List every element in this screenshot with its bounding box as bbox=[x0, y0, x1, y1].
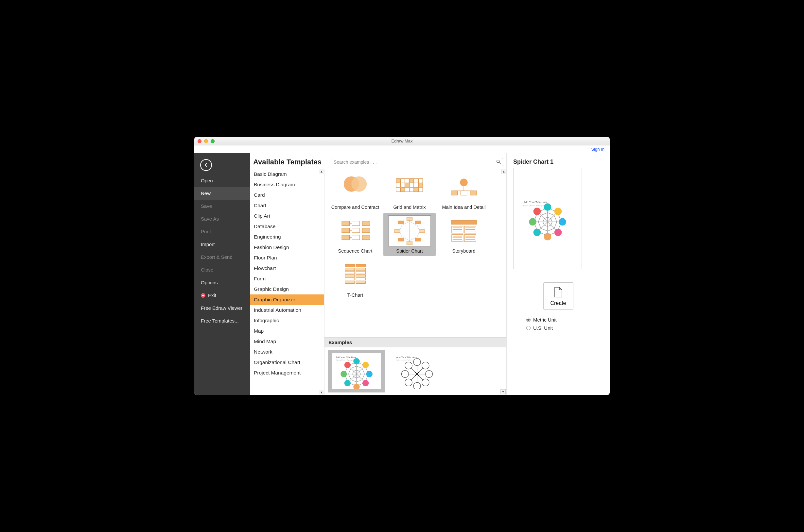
create-button[interactable]: Create bbox=[543, 282, 573, 310]
template-scroll[interactable]: ▲ Compare and ContractGrid and MatrixMai… bbox=[325, 169, 506, 337]
svg-rect-20 bbox=[409, 187, 414, 191]
template-thumb bbox=[334, 260, 377, 290]
category-scroll-up[interactable]: ▲ bbox=[319, 169, 324, 174]
svg-rect-28 bbox=[470, 191, 477, 195]
svg-rect-13 bbox=[405, 183, 409, 187]
category-list[interactable]: Basic DiagramBusiness DiagramCardChartCl… bbox=[250, 169, 324, 395]
header-row: Available Templates bbox=[250, 153, 506, 169]
template-sequence[interactable]: Sequence Chart bbox=[329, 213, 381, 256]
svg-line-45 bbox=[409, 223, 417, 231]
right-column: Spider Chart 1 Add Your Title HereHighes… bbox=[507, 153, 610, 395]
search-input[interactable] bbox=[331, 158, 503, 166]
examples-row[interactable]: Add Your Title HereHighest publication ·… bbox=[325, 347, 506, 395]
back-button[interactable] bbox=[200, 159, 212, 171]
close-window-button[interactable] bbox=[198, 139, 201, 143]
svg-point-4 bbox=[351, 176, 367, 191]
category-engineering[interactable]: Engineering bbox=[250, 232, 324, 242]
sidebar-item-free-templates-[interactable]: Free Templates... bbox=[194, 315, 250, 327]
svg-point-118 bbox=[422, 379, 429, 386]
category-industrial-automation[interactable]: Industrial Automation bbox=[250, 305, 324, 315]
svg-line-41 bbox=[402, 231, 409, 239]
category-project-management[interactable]: Project Management bbox=[250, 368, 324, 378]
sidebar-item-import[interactable]: Import bbox=[194, 238, 250, 251]
category-floor-plan[interactable]: Floor Plan bbox=[250, 253, 324, 263]
sidebar-item-label: Print bbox=[201, 229, 211, 234]
category-business-diagram[interactable]: Business Diagram bbox=[250, 179, 324, 190]
template-grid[interactable]: Grid and Matrix bbox=[383, 169, 436, 212]
svg-point-139 bbox=[554, 208, 562, 215]
left-column: Available Templates ▲ Basic DiagramBusin… bbox=[250, 153, 507, 395]
titlebar: Edraw Max bbox=[194, 137, 610, 146]
sidebar-item-close: Close bbox=[194, 263, 250, 276]
svg-rect-78 bbox=[345, 274, 354, 277]
category-flowchart[interactable]: Flowchart bbox=[250, 263, 324, 273]
category-clip-art[interactable]: Clip Art bbox=[250, 211, 324, 221]
category-mind-map[interactable]: Mind Map bbox=[250, 336, 324, 347]
svg-rect-30 bbox=[352, 221, 360, 226]
svg-rect-48 bbox=[415, 238, 421, 241]
examples-scroll-down[interactable]: ▼ bbox=[500, 389, 506, 395]
svg-point-142 bbox=[544, 233, 551, 241]
template-scroll-up[interactable]: ▲ bbox=[501, 169, 506, 174]
window-title: Edraw Max bbox=[194, 138, 610, 144]
sidebar-item-exit[interactable]: Exit bbox=[194, 289, 250, 302]
sidebar-item-options[interactable]: Options bbox=[194, 276, 250, 289]
svg-rect-5 bbox=[396, 178, 400, 183]
svg-rect-53 bbox=[406, 217, 413, 221]
example-0[interactable]: Add Your Title HereHighest publication ·… bbox=[328, 350, 385, 393]
template-venn[interactable]: Compare and Contract bbox=[329, 169, 381, 212]
svg-rect-34 bbox=[362, 228, 370, 233]
category-card[interactable]: Card bbox=[250, 190, 324, 200]
template-idea[interactable]: Main Idea and Detail bbox=[438, 169, 490, 212]
sidebar-item-free-edraw-viewer[interactable]: Free Edraw Viewer bbox=[194, 302, 250, 315]
sidebar-item-label: Open bbox=[201, 178, 213, 183]
svg-rect-51 bbox=[395, 229, 400, 233]
unit-option-0[interactable]: Metric Unit bbox=[526, 316, 603, 324]
category-database[interactable]: Database bbox=[250, 221, 324, 232]
sidebar-item-open[interactable]: Open bbox=[194, 174, 250, 187]
svg-rect-36 bbox=[352, 235, 360, 240]
category-organizational-chart[interactable]: Organizational Chart bbox=[250, 357, 324, 368]
svg-text:Add Your Title Here: Add Your Title Here bbox=[523, 201, 548, 204]
category-chart[interactable]: Chart bbox=[250, 200, 324, 211]
exit-icon bbox=[201, 293, 205, 298]
template-label: Main Idea and Detail bbox=[440, 205, 488, 210]
category-graphic-design[interactable]: Graphic Design bbox=[250, 284, 324, 294]
svg-point-141 bbox=[554, 229, 562, 236]
svg-rect-12 bbox=[401, 183, 405, 187]
svg-rect-52 bbox=[398, 221, 404, 224]
template-storyboard[interactable]: Storyboard bbox=[438, 213, 490, 256]
template-label: Storyboard bbox=[440, 248, 488, 254]
svg-point-145 bbox=[533, 208, 541, 215]
create-section: Create Metric UnitU.S. Unit bbox=[513, 282, 603, 332]
category-infographic[interactable]: Infographic bbox=[250, 315, 324, 326]
unit-option-1[interactable]: U.S. Unit bbox=[526, 324, 603, 332]
template-spider[interactable]: Spider Chart bbox=[383, 213, 436, 256]
svg-rect-27 bbox=[460, 191, 467, 195]
category-scroll-down[interactable]: ▼ bbox=[319, 390, 324, 395]
signin-link[interactable]: Sign In bbox=[591, 147, 604, 152]
template-label: Sequence Chart bbox=[331, 248, 380, 254]
example-1[interactable]: Add Your Title HereHighest publication ·… bbox=[388, 350, 445, 393]
maximize-window-button[interactable] bbox=[211, 139, 215, 143]
sidebar-item-label: Save As bbox=[201, 216, 219, 222]
minimize-window-button[interactable] bbox=[204, 139, 208, 143]
search-icon[interactable] bbox=[496, 159, 501, 166]
svg-rect-83 bbox=[356, 281, 365, 284]
template-label: T-Chart bbox=[331, 292, 380, 298]
category-map[interactable]: Map bbox=[250, 326, 324, 336]
category-basic-diagram[interactable]: Basic Diagram bbox=[250, 169, 324, 179]
category-fashion-design[interactable]: Fashion Design bbox=[250, 242, 324, 253]
category-graphic-organizer[interactable]: Graphic Organizer bbox=[250, 294, 324, 305]
template-tchart[interactable]: T-Chart bbox=[329, 257, 381, 300]
category-form[interactable]: Form bbox=[250, 273, 324, 284]
sidebar-item-new[interactable]: New bbox=[194, 187, 250, 200]
radio-icon bbox=[526, 326, 531, 330]
svg-point-99 bbox=[366, 371, 372, 377]
svg-rect-17 bbox=[396, 187, 400, 191]
template-thumb bbox=[442, 215, 485, 246]
svg-rect-79 bbox=[356, 274, 365, 277]
app-window: Edraw Max Sign In OpenNewSaveSave AsPrin… bbox=[194, 137, 610, 395]
example-thumb: Add Your Title HereHighest publication ·… bbox=[332, 353, 381, 389]
category-network[interactable]: Network bbox=[250, 347, 324, 357]
